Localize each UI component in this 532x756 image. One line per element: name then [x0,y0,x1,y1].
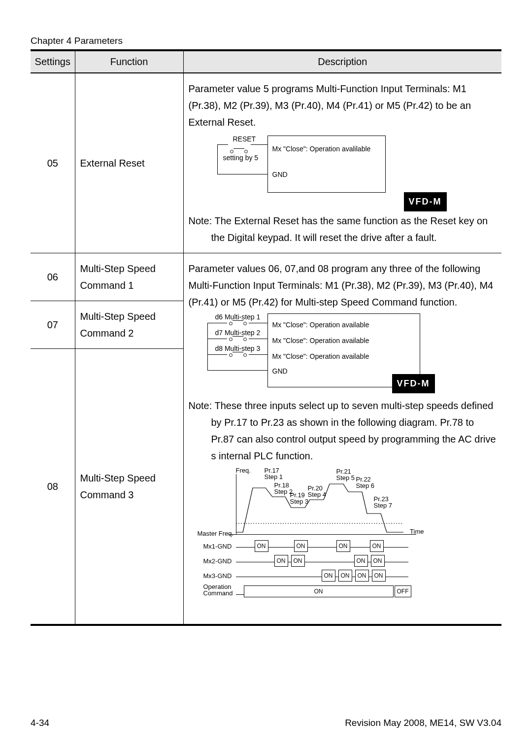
on-box: ON [372,570,386,582]
on-box: ON [291,555,305,567]
master-freq-label: Master Freq. [198,530,234,537]
parameter-table: Settings Function Description 05 Externa… [31,49,501,626]
desc-multistep: Parameter values 06, 07,and 08 program a… [183,253,501,625]
desc-05: Parameter value 5 programs Multi-Functio… [183,73,501,253]
on-box: ON [244,585,394,597]
opcmd-label: Operation Command [203,584,233,596]
vfdm-badge: VFD-M [392,374,435,393]
step3-label: Pr.19 Step 3 [290,492,309,505]
switch-icon [228,352,248,357]
mx2-label: Mx2-GND [203,558,232,564]
off-box: OFF [395,585,411,597]
chapter-heading: Chapter 4 Parameters [31,35,501,46]
func-06: Multi-Step Speed Command 1 [75,253,183,301]
multistep-wiring-diagram: d6 Multi-step 1 Mx "Close": Operation av… [203,313,430,392]
on-box: ON [274,555,288,567]
step1-label: Pr.17 Step 1 [265,467,283,480]
label-close: Mx "Close": Operation available [272,351,369,363]
step4-label: Pr.20 Step 4 [308,485,327,498]
label-close: Mx "Close": Operation available [272,335,369,347]
on-box: ON [371,555,385,567]
vfdm-badge: VFD-M [404,192,447,211]
mx1-label: Mx1-GND [203,543,232,550]
page-number: 4-34 [31,718,49,728]
freq-label: Freq. [236,467,251,474]
on-box: ON [354,555,368,567]
th-settings: Settings [31,50,75,73]
setting-08: 08 [31,349,75,625]
on-box: ON [336,540,350,552]
func-08: Multi-Step Speed Command 3 [75,349,183,625]
table-row: 05 External Reset Parameter value 5 prog… [31,73,501,253]
on-box: ON [370,540,384,552]
desc-multi-top: Parameter values 06, 07,and 08 program a… [189,260,497,310]
label-close: Mx "Close": Operation available [272,319,369,331]
step7-label: Pr.23 Step 7 [374,496,393,509]
on-box: ON [355,570,369,582]
func-05: External Reset [75,73,183,253]
label-setting: setting by 5 [223,152,259,164]
mx3-label: Mx3-GND [203,573,232,579]
revision-text: Revision May 2008, ME14, SW V3.04 [345,718,501,728]
setting-05: 05 [31,73,75,253]
on-box: ON [338,570,352,582]
label-close: Mx "Close": Operation avalilable [272,143,371,155]
label-reset: RESET [233,134,256,145]
desc-05-note: Note: The External Reset has the same fu… [189,212,497,246]
desc-multi-note: Note: These three inputs select up to se… [189,397,497,464]
setting-06: 06 [31,253,75,301]
on-box: ON [255,540,268,552]
th-function: Function [75,50,183,73]
on-box: ON [322,570,335,582]
switch-icon [228,336,248,341]
step-speed-chart: Freq. Time Master Freq. Pr.17 Step 1 [198,467,424,605]
step5-label: Pr.21 Step 5 [336,468,355,481]
setting-07: 07 [31,301,75,349]
on-box: ON [294,540,308,552]
th-description: Description [183,50,501,73]
switch-icon [228,320,248,325]
reset-diagram: RESET setting by 5 Mx "Close": Operation… [208,134,435,207]
table-row: 06 Multi-Step Speed Command 1 Parameter … [31,253,501,301]
label-gnd: GND [272,169,288,181]
label-gnd: GND [272,366,288,378]
func-07: Multi-Step Speed Command 2 [75,301,183,349]
step6-label: Pr.22 Step 6 [356,476,375,489]
desc-05-top: Parameter value 5 programs Multi-Functio… [189,80,497,131]
